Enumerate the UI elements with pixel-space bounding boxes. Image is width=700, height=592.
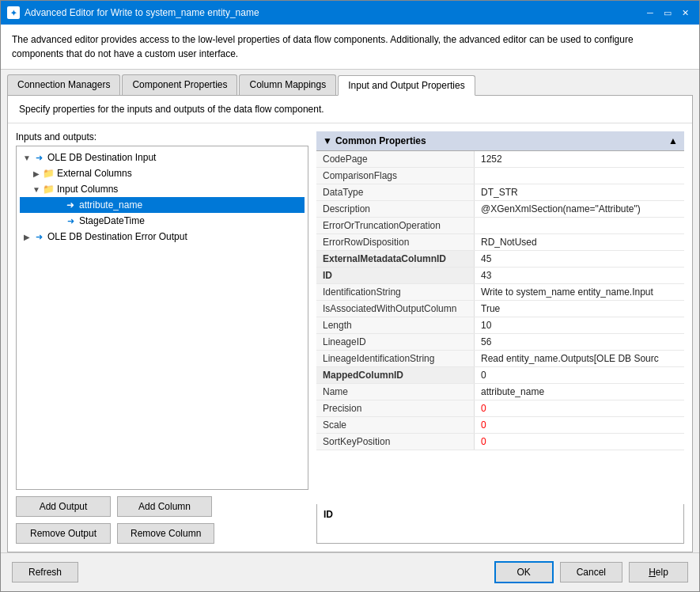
prop-row-datatype: DataType DT_STR	[316, 184, 684, 201]
scroll-up-icon[interactable]: ▲	[668, 135, 678, 146]
prop-value-identificationstring: Write to system_name entity_name.Input	[475, 284, 684, 300]
prop-value-error-truncation	[475, 218, 684, 233]
minimize-button[interactable]: ─	[642, 6, 658, 20]
tree-toggle-stage	[53, 215, 64, 226]
main-window: ✦ Advanced Editor for Write to system_na…	[0, 0, 700, 592]
tree-label-external-columns: External Columns	[57, 168, 132, 179]
title-bar-left: ✦ Advanced Editor for Write to system_na…	[7, 6, 259, 19]
tree-icon-error: ➜	[32, 230, 45, 243]
prop-value-externalmetadatacolumnid: 45	[475, 251, 684, 267]
prop-name-externalmetadatacolumnid: ExternalMetadataColumnID	[316, 251, 475, 267]
tree-icon-folder-input: 📁	[42, 183, 55, 195]
prop-value-id: 43	[475, 268, 684, 283]
content-description: Specify properties for the inputs and ou…	[8, 96, 692, 123]
prop-name-identificationstring: IdentificationString	[316, 284, 475, 300]
prop-row-externalmetadatacolumnid: ExternalMetadataColumnID 45	[316, 251, 684, 268]
prop-value-datatype: DT_STR	[475, 184, 684, 200]
prop-name-codepage: CodePage	[316, 151, 475, 167]
tree-icon-attr: ➜	[64, 199, 77, 211]
tree-node-stage-datetime[interactable]: ➜ StageDateTime	[20, 213, 305, 229]
prop-name-name: Name	[316, 384, 475, 400]
add-column-button[interactable]: Add Column	[117, 496, 212, 517]
description-line1: The advanced editor provides access to t…	[12, 34, 634, 45]
prop-row-length: Length 10	[316, 317, 684, 334]
description-area: The advanced editor provides access to t…	[1, 25, 699, 70]
tab-connection-managers[interactable]: Connection Managers	[7, 74, 120, 95]
prop-name-scale: Scale	[316, 417, 475, 433]
ok-button[interactable]: OK	[494, 561, 554, 583]
tree-label-attribute-name: attribute_name	[79, 199, 142, 211]
add-output-button[interactable]: Add Output	[16, 496, 111, 517]
prop-row-scale: Scale 0	[316, 417, 684, 434]
prop-row-id: ID 43	[316, 268, 684, 284]
tree-label: Inputs and outputs:	[16, 131, 308, 142]
restore-button[interactable]: ▭	[660, 6, 675, 20]
prop-row-error-truncation: ErrorOrTruncationOperation	[316, 218, 684, 234]
prop-value-scale: 0	[475, 417, 684, 433]
tree-toggle-ole-db[interactable]: ▼	[21, 152, 32, 163]
prop-name-precision: Precision	[316, 400, 475, 416]
prop-row-identificationstring: IdentificationString Write to system_nam…	[316, 284, 684, 301]
tree-toggle-external[interactable]: ▶	[31, 168, 42, 179]
left-pane: Inputs and outputs: ▼ ➜ OLE DB Destinati…	[16, 131, 308, 544]
prop-name-mappedcolumnid: MappedColumnID	[316, 367, 475, 383]
tabs-bar: Connection Managers Component Properties…	[1, 70, 699, 95]
prop-row-errorrowdisposition: ErrorRowDisposition RD_NotUsed	[316, 234, 684, 251]
tree-toggle-error[interactable]: ▶	[21, 231, 32, 242]
prop-name-isassociated: IsAssociatedWithOutputColumn	[316, 301, 475, 317]
tree-node-error-output[interactable]: ▶ ➜ OLE DB Destination Error Output	[20, 229, 305, 245]
prop-value-codepage: 1252	[475, 151, 684, 167]
prop-value-name: attribute_name	[475, 384, 684, 400]
prop-value-precision: 0	[475, 400, 684, 416]
tab-component-properties[interactable]: Component Properties	[122, 74, 237, 95]
prop-name-description: Description	[316, 201, 475, 217]
prop-value-comparisonflags	[475, 168, 684, 184]
prop-row-isassociated: IsAssociatedWithOutputColumn True	[316, 301, 684, 317]
prop-name-errorrowdisposition: ErrorRowDisposition	[316, 234, 475, 250]
prop-row-description: Description @XGenXmlSection(name="Attrib…	[316, 201, 684, 218]
tab-input-output-properties[interactable]: Input and Output Properties	[338, 75, 475, 96]
bottom-right: OK Cancel Help	[494, 561, 688, 583]
help-button[interactable]: Help	[629, 562, 688, 583]
prop-row-codepage: CodePage 1252	[316, 151, 684, 168]
prop-name-comparisonflags: ComparisonFlags	[316, 168, 475, 184]
bottom-left: Refresh	[12, 562, 78, 583]
prop-value-lineageidentificationstring: Read entity_name.Outputs[OLE DB Sourc	[475, 351, 684, 366]
prop-value-errorrowdisposition: RD_NotUsed	[475, 234, 684, 250]
tree-icon-arrow: ➜	[32, 151, 45, 164]
prop-name-sortkeyposition: SortKeyPosition	[316, 434, 475, 450]
title-bar: ✦ Advanced Editor for Write to system_na…	[1, 1, 699, 25]
tree-container[interactable]: ▼ ➜ OLE DB Destination Input ▶ 📁 Externa…	[16, 146, 308, 490]
tree-node-attribute-name[interactable]: ➜ attribute_name	[20, 197, 305, 213]
right-pane: ▼ Common Properties ▲ CodePage 1252 Comp…	[316, 131, 684, 544]
tree-label-input-columns: Input Columns	[57, 184, 118, 195]
prop-name-id: ID	[316, 268, 475, 283]
scrollable-props[interactable]: CodePage 1252 ComparisonFlags DataType D…	[316, 151, 684, 504]
cancel-button[interactable]: Cancel	[560, 562, 622, 583]
prop-name-error-truncation: ErrorOrTruncationOperation	[316, 218, 475, 233]
main-content: Specify properties for the inputs and ou…	[7, 95, 693, 552]
tree-node-external-columns[interactable]: ▶ 📁 External Columns	[20, 165, 305, 181]
refresh-button[interactable]: Refresh	[12, 562, 78, 583]
prop-name-length: Length	[316, 317, 475, 333]
tree-node-ole-db-dest-input[interactable]: ▼ ➜ OLE DB Destination Input	[20, 150, 305, 165]
remove-column-button[interactable]: Remove Column	[117, 523, 214, 544]
prop-value-isassociated: True	[475, 301, 684, 317]
close-button[interactable]: ✕	[677, 6, 693, 20]
prop-row-comparisonflags: ComparisonFlags	[316, 168, 684, 184]
tree-toggle-attr	[53, 199, 64, 211]
prop-name-datatype: DataType	[316, 184, 475, 200]
props-section-title: ▼ Common Properties	[323, 135, 426, 146]
prop-row-mappedcolumnid: MappedColumnID 0	[316, 367, 684, 384]
prop-row-precision: Precision 0	[316, 400, 684, 417]
tree-toggle-input-cols[interactable]: ▼	[31, 184, 42, 195]
prop-row-lineageidentificationstring: LineageIdentificationString Read entity_…	[316, 351, 684, 367]
collapse-icon[interactable]: ▼	[323, 135, 332, 146]
tree-node-input-columns[interactable]: ▼ 📁 Input Columns	[20, 181, 305, 197]
tab-column-mappings[interactable]: Column Mappings	[239, 74, 336, 95]
prop-name-lineageidentificationstring: LineageIdentificationString	[316, 351, 475, 366]
prop-row-lineageid: LineageID 56	[316, 334, 684, 351]
remove-output-button[interactable]: Remove Output	[16, 523, 111, 544]
props-header: ▼ Common Properties ▲	[316, 131, 684, 151]
prop-value-mappedcolumnid: 0	[475, 367, 684, 383]
